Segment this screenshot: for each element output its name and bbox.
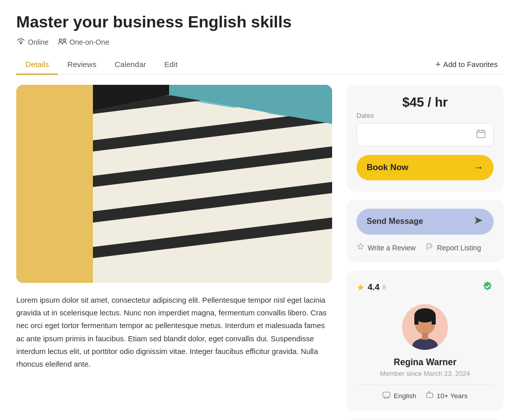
dates-label: Dates: [356, 112, 494, 119]
rating-row: ★ 4.4 8: [356, 280, 494, 295]
tutor-experience-label: 10+ Years: [437, 392, 468, 400]
price-display: $45 / hr: [356, 95, 494, 110]
svg-rect-4: [16, 85, 93, 283]
tab-calendar[interactable]: Calendar: [106, 55, 155, 75]
online-icon: [16, 37, 25, 48]
tab-list: Details Reviews Calendar Edit: [16, 55, 430, 74]
rating-left: ★ 4.4 8: [356, 282, 386, 293]
format-badge: One-on-One: [58, 37, 109, 48]
book-now-label: Book Now: [367, 163, 408, 173]
listing-image: [16, 85, 332, 283]
main-layout: Lorem ipsum dolor sit amet, consectetur …: [16, 85, 504, 420]
tab-details[interactable]: Details: [16, 55, 58, 75]
action-links: Write a Review Report Listing: [356, 243, 494, 253]
tutor-meta: English 10+ Years: [356, 384, 494, 401]
tutor-avatar: [402, 304, 448, 350]
send-message-label: Send Message: [367, 217, 423, 226]
tabs-row: Details Reviews Calendar Edit + Add to F…: [16, 55, 504, 75]
pricing-card: $45 / hr Dates Book Now →: [346, 85, 504, 191]
tutor-name: Regina Warner: [356, 357, 494, 368]
online-badge: Online: [16, 37, 49, 48]
svg-rect-17: [477, 131, 485, 138]
tutor-since: Member since March 23, 2024: [356, 370, 494, 377]
rating-value: 4.4: [368, 282, 379, 293]
add-to-favorites-label: Add to Favorites: [443, 60, 498, 69]
calendar-icon: [476, 128, 486, 141]
date-input[interactable]: [356, 123, 494, 147]
svg-rect-22: [432, 315, 436, 325]
format-label: One-on-One: [70, 38, 109, 46]
book-now-button[interactable]: Book Now →: [356, 155, 494, 180]
tab-reviews[interactable]: Reviews: [58, 55, 105, 75]
svg-rect-24: [422, 333, 428, 340]
experience-icon: [426, 391, 434, 401]
plus-icon: +: [436, 59, 441, 70]
rating-count: 8: [382, 284, 386, 291]
flag-icon: [426, 243, 434, 253]
svg-rect-26: [427, 393, 433, 398]
left-column: Lorem ipsum dolor sit amet, consectetur …: [16, 85, 332, 371]
tutor-avatar-wrap: [356, 304, 494, 350]
action-card: Send Message Write a Review: [346, 200, 504, 262]
report-listing-label: Report Listing: [437, 244, 481, 252]
tutor-card: ★ 4.4 8: [346, 270, 504, 411]
page-title: Master your business English skills: [16, 12, 504, 31]
language-icon: [382, 391, 391, 401]
arrow-icon: →: [474, 162, 483, 173]
send-icon: [473, 215, 483, 228]
tutor-experience: 10+ Years: [426, 391, 468, 401]
right-column: $45 / hr Dates Book Now → Send Message: [346, 85, 504, 420]
svg-point-0: [20, 42, 22, 44]
star-outline-icon: [356, 243, 365, 253]
svg-rect-25: [383, 392, 390, 397]
one-on-one-icon: [58, 37, 67, 48]
tutor-language: English: [382, 391, 416, 401]
description-text: Lorem ipsum dolor sit amet, consectetur …: [16, 294, 332, 371]
add-to-favorites-button[interactable]: + Add to Favorites: [430, 55, 504, 74]
write-review-button[interactable]: Write a Review: [356, 243, 415, 253]
online-label: Online: [28, 38, 49, 46]
meta-row: Online One-on-One: [16, 37, 504, 48]
report-listing-button[interactable]: Report Listing: [426, 243, 481, 253]
tutor-language-label: English: [394, 392, 416, 400]
svg-point-2: [63, 39, 66, 42]
tab-edit[interactable]: Edit: [155, 55, 186, 75]
rating-star-icon: ★: [356, 282, 365, 293]
send-message-button[interactable]: Send Message: [356, 209, 494, 235]
svg-rect-21: [414, 315, 418, 325]
svg-point-1: [59, 39, 61, 42]
write-review-label: Write a Review: [368, 244, 415, 252]
verified-icon: [481, 280, 494, 295]
